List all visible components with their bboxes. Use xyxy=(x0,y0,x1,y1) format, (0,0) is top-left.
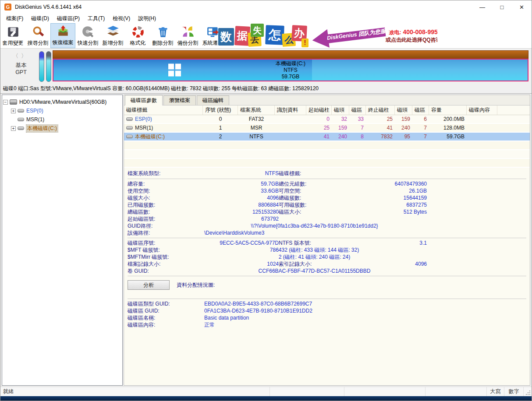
part-name-label: 磁碟區名稱: xyxy=(128,314,202,321)
app-window: G DiskGenius V5.4.6.1441 x64 — □ ✕ 檔案(F)… xyxy=(0,0,532,401)
table-row-esp[interactable]: ESP(0) 0 FAT32 0 32 33 25 159 6 200.0MB xyxy=(124,115,530,124)
status-spacer xyxy=(426,387,487,396)
status-num: 數字 xyxy=(504,387,524,396)
device-path-label: 設備路徑: xyxy=(128,229,202,236)
part-name-value: Basic data partition xyxy=(202,314,526,321)
empty-row xyxy=(124,141,530,150)
capacity-gauge-2 xyxy=(46,51,51,82)
menu-disk[interactable]: 磁碟(D) xyxy=(27,14,53,23)
promo-tile: ! xyxy=(301,39,309,47)
menu-file[interactable]: 檔案(F) xyxy=(2,14,27,23)
prev-disk-arrow[interactable]: 〈 xyxy=(13,53,21,59)
tab-sector-edit[interactable]: 磁區編輯 xyxy=(197,95,229,105)
apply-changes-icon xyxy=(7,25,20,39)
close-button[interactable]: ✕ xyxy=(512,0,532,14)
expander-spacer xyxy=(11,117,16,122)
quick-partition-button[interactable]: 快速分割 xyxy=(75,23,100,48)
taskbar-edge xyxy=(0,396,532,401)
disk-bar: 本機磁碟(C:) NTFS 59.7GB xyxy=(53,50,528,81)
table-row-msr[interactable]: MSR(1) 1 MSR 25 159 7 41 240 7 128.0MB xyxy=(124,124,530,133)
collapse-icon[interactable]: − xyxy=(3,100,8,105)
promo-qq-link[interactable]: 或点击此处选择QQ咨询 xyxy=(386,36,437,43)
status-spacer xyxy=(270,387,344,396)
menu-partition[interactable]: 磁碟區(P) xyxy=(53,14,84,23)
tree-node-c[interactable]: + 本機磁碟(C:) xyxy=(3,124,121,133)
delete-partition-button[interactable]: 刪除分割 xyxy=(150,23,175,48)
partition-fs: NTFS xyxy=(53,67,528,74)
part-guid-label: 磁碟區 GUID: xyxy=(128,307,202,314)
type-guid-label: 磁碟區類型 GUID: xyxy=(128,300,202,307)
fs-type-label: 檔案系統類型: xyxy=(128,169,202,177)
capacity-gauge-1 xyxy=(39,51,44,82)
table-row-c-selected[interactable]: 本機磁碟(C:) 2 NTFS 41 240 8 7832 95 7 59.7G… xyxy=(124,133,530,141)
partition-tree: − HD0:VMware,VMwareVirtualS(60GB) + ESP(… xyxy=(2,95,123,386)
menu-tools[interactable]: 工具(T) xyxy=(84,14,109,23)
promo-tile: 数 xyxy=(218,28,234,46)
new-partition-icon xyxy=(106,25,120,39)
type-guid-value: EBD0A0A2-B9E5-4433-87C0-68B6B72699C7 xyxy=(202,300,526,307)
format-icon xyxy=(131,25,145,39)
minimize-button[interactable]: — xyxy=(472,0,492,14)
promo-banner[interactable]: 数 据 丢 失 怎 么 办 ! DiskGenius 团队为您服务 致电: 40… xyxy=(218,24,437,48)
partition-icon xyxy=(18,109,24,113)
disk-strip[interactable] xyxy=(53,50,528,59)
apply-changes-button[interactable]: 套用變更 xyxy=(0,23,25,48)
disk-type-basic: 基本 xyxy=(8,62,34,69)
tree-node-esp[interactable]: + ESP(0) xyxy=(3,106,121,115)
backup-partition-button[interactable]: 備份分割 xyxy=(175,23,200,48)
tree-node-msr[interactable]: MSR(1) xyxy=(3,115,121,124)
partition-c-bar[interactable]: 本機磁碟(C:) NTFS 59.7GB xyxy=(53,59,528,81)
guid-path-label: GUID路徑: xyxy=(128,222,202,229)
status-spacer xyxy=(344,387,426,396)
partition-icon xyxy=(18,118,24,121)
empty-row xyxy=(124,159,530,168)
table-header: 磁碟標籤 序號 (狀態) 檔案系統 識別資料 起始磁柱 磁頭 磁區 終止磁柱 磁… xyxy=(124,106,530,115)
expand-icon[interactable]: + xyxy=(11,109,16,113)
tab-partition-parameters[interactable]: 磁碟區參數 xyxy=(125,95,163,106)
resize-grip[interactable] xyxy=(524,387,532,396)
partition-icon xyxy=(18,127,24,130)
part-guid-value: 0FA1C3BA-D623-4E7B-9180-8710B1E91DD2 xyxy=(202,307,526,314)
detail-panel: 磁碟區參數 瀏覽檔案 磁區編輯 磁碟標籤 序號 (狀態) 檔案系統 識別資料 起… xyxy=(124,95,530,386)
partition-name: 本機磁碟(C:) xyxy=(53,60,528,67)
disk-info-line: 磁碟0 端口:Sas 型號:VMware,VMwareVirtualS 容量: … xyxy=(0,84,532,94)
promo-phone: 致电: 400-008-9958 xyxy=(386,28,437,36)
tab-strip: 磁碟區參數 瀏覽檔案 磁區編輯 xyxy=(124,95,530,106)
disk-band: 〈〉 基本 GPT 本機磁碟(C:) NTFS 59.7GB xyxy=(0,49,532,84)
partition-details: 檔案系統類型: NTFS 磁碟標籤: 總容量:59.7GB總位元組數:64078… xyxy=(124,168,530,328)
fs-type-value: NTFS xyxy=(202,169,279,177)
main-area: − HD0:VMware,VMwareVirtualS(60GB) + ESP(… xyxy=(0,94,532,387)
search-partition-button[interactable]: 搜尋分割 xyxy=(25,23,50,48)
window-title: DiskGenius V5.4.6.1441 x64 xyxy=(15,4,82,10)
promo-arrow: DiskGenius 团队为您服务 xyxy=(311,24,387,48)
next-disk-arrow[interactable]: 〉 xyxy=(21,53,29,59)
new-partition-button[interactable]: 新增分割 xyxy=(100,23,125,48)
status-caps: 大寫 xyxy=(487,387,504,396)
promo-tiles: 数 据 丢 失 怎 么 办 ! xyxy=(218,24,311,48)
tree-node-hd0[interactable]: − HD0:VMware,VMwareVirtualS(60GB) xyxy=(3,98,121,106)
expand-icon[interactable]: + xyxy=(11,126,16,131)
disk-type-gpt: GPT xyxy=(8,69,34,76)
volume-label-label: 磁碟標籤: xyxy=(279,169,348,177)
delete-partition-icon xyxy=(156,25,170,39)
app-logo-icon: G xyxy=(4,4,11,11)
menu-bar: 檔案(F) 磁碟(D) 磁碟區(P) 工具(T) 檢視(V) 說明(H) xyxy=(0,14,532,23)
analyze-button[interactable]: 分析 xyxy=(128,280,170,290)
menu-view[interactable]: 檢視(V) xyxy=(109,14,134,23)
part-status-value: 正常 xyxy=(202,321,526,328)
disk-icon xyxy=(10,99,17,105)
guid-path-value: \\?\Volume{0fa1c3ba-d623-4e7b-9180-8710b… xyxy=(202,222,427,229)
recover-files-icon xyxy=(57,25,70,38)
device-path-value: \Device\HarddiskVolume3 xyxy=(202,229,427,236)
title-bar: G DiskGenius V5.4.6.1441 x64 — □ ✕ xyxy=(0,0,532,14)
partition-size: 59.7GB xyxy=(53,74,528,80)
partition-icon xyxy=(126,126,133,130)
status-ready: 就緒 xyxy=(0,387,270,396)
format-button[interactable]: 格式化 xyxy=(125,23,150,48)
partition-icon xyxy=(126,135,133,138)
menu-help[interactable]: 說明(H) xyxy=(134,14,160,23)
tab-browse-files[interactable]: 瀏覽檔案 xyxy=(163,95,196,105)
recover-files-button[interactable]: 恢復檔案 xyxy=(50,23,75,48)
allocation-map-label: 資料分配情況圖: xyxy=(177,281,215,289)
maximize-button[interactable]: □ xyxy=(492,0,512,14)
